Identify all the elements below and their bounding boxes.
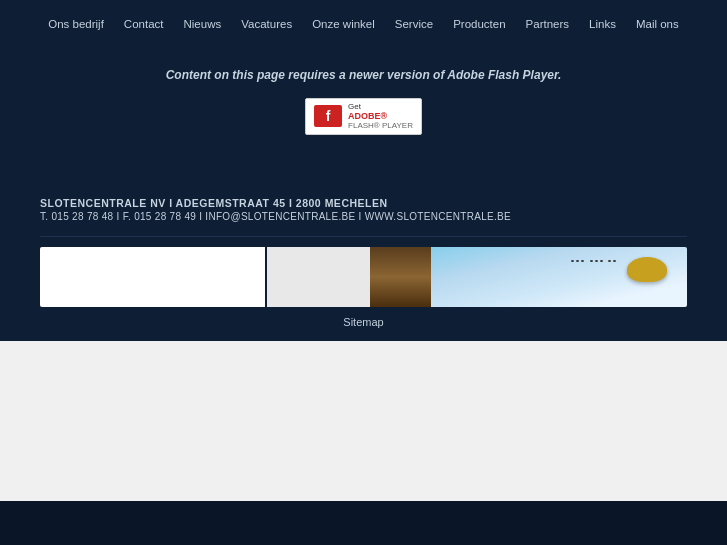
- bottom-grey-section: [0, 341, 727, 501]
- image-block-1: [40, 247, 265, 307]
- nav-item-mail-ons[interactable]: Mail ons: [626, 14, 689, 34]
- flash-text-block: Get ADOBE® FLASH® PLAYER: [348, 103, 413, 130]
- bottom-divider: [40, 236, 687, 237]
- company-info: SLOTENCENTRALE NV I ADEGEMSTRAAT 45 I 28…: [0, 185, 727, 230]
- nav-item-partners[interactable]: Partners: [516, 14, 579, 34]
- main-content: Content on this page requires a newer ve…: [0, 48, 727, 185]
- flash-notice-text: Content on this page requires a newer ve…: [166, 68, 562, 82]
- top-section: Ons bedrijfContactNieuwsVacaturesOnze wi…: [0, 0, 727, 341]
- image-strip: [40, 247, 687, 307]
- image-block-sky: [431, 247, 687, 307]
- nav-item-vacatures[interactable]: Vacatures: [231, 14, 302, 34]
- nav-bar: Ons bedrijfContactNieuwsVacaturesOnze wi…: [0, 0, 727, 48]
- sitemap-section: Sitemap: [0, 307, 727, 341]
- nav-item-nieuws[interactable]: Nieuws: [174, 14, 232, 34]
- bees-decoration: [570, 252, 617, 266]
- nav-item-ons-bedrijf[interactable]: Ons bedrijf: [38, 14, 114, 34]
- company-contact: T. 015 28 78 48 I F. 015 28 78 49 I INFO…: [40, 211, 687, 222]
- image-block-tree: [370, 247, 431, 307]
- sitemap-link[interactable]: Sitemap: [343, 316, 383, 328]
- flash-notice: Content on this page requires a newer ve…: [40, 68, 687, 82]
- nav-item-producten[interactable]: Producten: [443, 14, 515, 34]
- nav-item-contact[interactable]: Contact: [114, 14, 174, 34]
- company-name: SLOTENCENTRALE NV I ADEGEMSTRAAT 45 I 28…: [40, 197, 687, 209]
- nav-item-service[interactable]: Service: [385, 14, 443, 34]
- flash-download-badge[interactable]: f Get ADOBE® FLASH® PLAYER: [305, 98, 422, 135]
- nav-item-onze-winkel[interactable]: Onze winkel: [302, 14, 385, 34]
- image-block-2: [267, 247, 369, 307]
- flash-player-label: FLASH® PLAYER: [348, 122, 413, 130]
- page-wrapper: Ons bedrijfContactNieuwsVacaturesOnze wi…: [0, 0, 727, 545]
- flash-icon: f: [314, 105, 342, 127]
- nav-item-links[interactable]: Links: [579, 14, 626, 34]
- flash-get-label: Get: [348, 103, 413, 111]
